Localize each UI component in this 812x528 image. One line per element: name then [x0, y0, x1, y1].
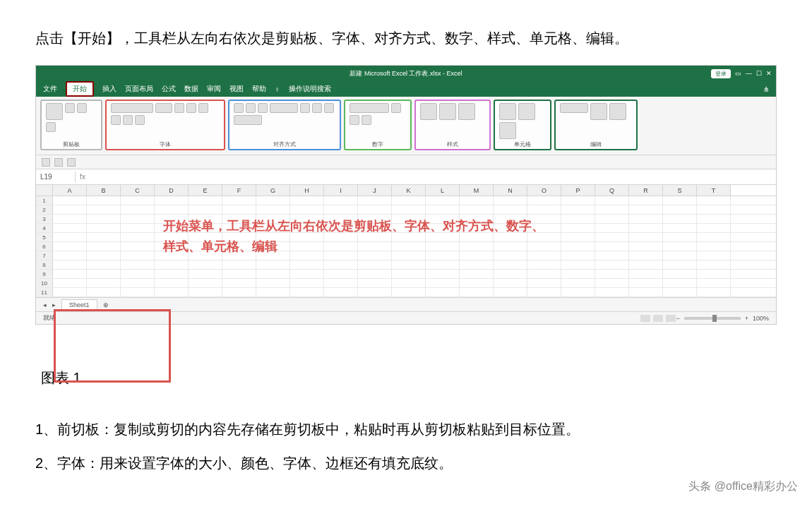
cell[interactable] [697, 224, 731, 232]
tell-me-text[interactable]: 操作说明搜索 [289, 84, 331, 94]
cell[interactable] [629, 242, 663, 251]
wrap-text-icon[interactable] [270, 103, 298, 113]
cell[interactable] [87, 196, 121, 205]
delete-icon[interactable] [518, 103, 535, 120]
cell[interactable] [290, 270, 324, 278]
cell[interactable] [87, 215, 121, 223]
page-break-view-icon[interactable] [666, 315, 676, 322]
menu-layout[interactable]: 页面布局 [125, 84, 153, 94]
bold-icon[interactable] [174, 103, 184, 113]
cell[interactable] [527, 288, 561, 296]
cell[interactable] [290, 288, 324, 296]
cell[interactable] [595, 205, 629, 214]
cell[interactable] [663, 242, 697, 251]
save-icon[interactable] [42, 158, 50, 167]
cell[interactable] [629, 279, 663, 287]
cell[interactable] [561, 224, 595, 232]
cell[interactable] [121, 196, 155, 205]
cell[interactable] [121, 224, 155, 232]
cell[interactable] [561, 233, 595, 241]
cell[interactable] [595, 279, 629, 287]
cell[interactable] [222, 270, 256, 278]
cell[interactable] [697, 270, 731, 278]
column-header[interactable]: C [121, 185, 155, 196]
align-center-icon[interactable] [312, 103, 322, 113]
cell[interactable] [358, 288, 392, 296]
cell[interactable] [663, 288, 697, 296]
cell[interactable] [256, 270, 290, 278]
cell[interactable] [189, 205, 222, 214]
cell[interactable] [663, 270, 697, 278]
cell[interactable] [527, 270, 561, 278]
comma-icon[interactable] [362, 115, 371, 125]
cell[interactable] [426, 260, 460, 269]
cell[interactable] [53, 270, 87, 278]
column-header[interactable]: K [392, 185, 426, 196]
cell[interactable] [663, 251, 697, 260]
cell[interactable] [222, 205, 256, 214]
zoom-in-icon[interactable]: + [745, 315, 748, 322]
cell[interactable] [561, 215, 595, 223]
signin-pill[interactable]: 登录 [711, 69, 731, 78]
cell[interactable] [87, 260, 121, 269]
align-middle-icon[interactable] [246, 103, 256, 113]
cell[interactable] [358, 270, 392, 278]
cell[interactable] [595, 215, 629, 223]
column-header[interactable]: Q [595, 185, 629, 196]
undo-icon[interactable] [54, 158, 63, 167]
zoom-slider[interactable] [684, 317, 741, 320]
cell[interactable] [87, 270, 121, 278]
zoom-out-icon[interactable]: − [676, 315, 679, 322]
cell[interactable] [358, 260, 392, 269]
column-header[interactable]: J [358, 185, 392, 196]
row-header[interactable]: 10 [36, 279, 53, 287]
align-top-icon[interactable] [234, 103, 244, 113]
cell[interactable] [629, 270, 663, 278]
cell[interactable] [527, 279, 561, 287]
cell[interactable] [426, 205, 460, 214]
cell[interactable] [324, 205, 358, 214]
formula-bar[interactable] [90, 176, 776, 179]
cell[interactable] [189, 288, 222, 296]
cell[interactable] [663, 196, 697, 205]
cell[interactable] [121, 251, 155, 260]
align-right-icon[interactable] [324, 103, 334, 113]
cell[interactable] [595, 196, 629, 205]
normal-view-icon[interactable] [640, 315, 650, 322]
cell[interactable] [121, 205, 155, 214]
cell[interactable] [561, 196, 595, 205]
cell[interactable] [460, 196, 494, 205]
cell[interactable] [629, 196, 663, 205]
cell[interactable] [494, 260, 527, 269]
column-header[interactable]: F [222, 185, 256, 196]
cell[interactable] [426, 196, 460, 205]
cell[interactable] [460, 260, 494, 269]
zoom-percent[interactable]: 100% [753, 315, 769, 322]
cell[interactable] [256, 205, 290, 214]
align-bottom-icon[interactable] [258, 103, 268, 113]
cell[interactable] [155, 260, 189, 269]
format-table-icon[interactable] [439, 103, 456, 120]
cell[interactable] [53, 196, 87, 205]
cell[interactable] [324, 270, 358, 278]
underline-icon[interactable] [198, 103, 208, 113]
cell[interactable] [155, 288, 189, 296]
cell[interactable] [256, 196, 290, 205]
add-sheet-icon[interactable]: ⊕ [103, 301, 109, 308]
cell[interactable] [595, 224, 629, 232]
cell[interactable] [290, 260, 324, 269]
column-header[interactable]: O [527, 185, 561, 196]
menu-file[interactable]: 文件 [43, 84, 57, 94]
cell[interactable] [527, 260, 561, 269]
cell[interactable] [629, 288, 663, 296]
font-name-dropdown[interactable] [111, 103, 153, 113]
percent-icon[interactable] [350, 115, 359, 125]
cell[interactable] [121, 242, 155, 251]
cell[interactable] [121, 279, 155, 287]
cell[interactable] [121, 233, 155, 241]
column-header[interactable]: H [290, 185, 324, 196]
column-header[interactable]: T [697, 185, 731, 196]
row-header[interactable]: 8 [36, 260, 53, 269]
cell[interactable] [155, 270, 189, 278]
row-header[interactable]: 1 [36, 196, 53, 205]
